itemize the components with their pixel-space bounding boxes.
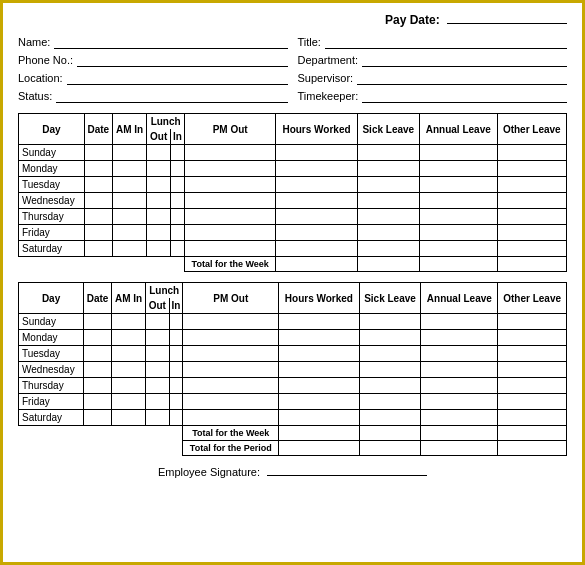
hours-worked-cell[interactable] bbox=[276, 241, 357, 257]
sick-leave-cell[interactable] bbox=[359, 346, 421, 362]
lunch-out-cell[interactable] bbox=[146, 362, 169, 378]
sick-leave-cell[interactable] bbox=[359, 378, 421, 394]
lunch-out-cell[interactable] bbox=[146, 394, 169, 410]
lunch-out-cell[interactable] bbox=[146, 346, 169, 362]
other-leave-cell[interactable] bbox=[498, 346, 567, 362]
lunch-in-cell[interactable] bbox=[171, 145, 185, 161]
other-leave-cell[interactable] bbox=[497, 241, 566, 257]
other-leave-cell[interactable] bbox=[498, 314, 567, 330]
period-annual-leave[interactable] bbox=[421, 441, 498, 456]
date-cell[interactable] bbox=[84, 161, 112, 177]
hours-worked-cell[interactable] bbox=[279, 362, 359, 378]
am-in-cell[interactable] bbox=[112, 161, 146, 177]
pay-date-value[interactable] bbox=[447, 23, 567, 24]
other-leave-cell[interactable] bbox=[497, 225, 566, 241]
other-leave-cell[interactable] bbox=[498, 362, 567, 378]
other-leave-cell[interactable] bbox=[497, 145, 566, 161]
hours-worked-cell[interactable] bbox=[276, 209, 357, 225]
lunch-out-cell[interactable] bbox=[146, 378, 169, 394]
date-cell[interactable] bbox=[84, 362, 112, 378]
lunch-out-cell[interactable] bbox=[147, 225, 171, 241]
pm-out-cell[interactable] bbox=[184, 177, 275, 193]
lunch-out-cell[interactable] bbox=[147, 193, 171, 209]
pm-out-cell[interactable] bbox=[184, 161, 275, 177]
timekeeper-input[interactable] bbox=[362, 89, 567, 103]
lunch-in-cell[interactable] bbox=[171, 225, 185, 241]
hours-worked-cell[interactable] bbox=[279, 394, 359, 410]
hours-worked-cell[interactable] bbox=[276, 145, 357, 161]
other-leave-cell[interactable] bbox=[498, 394, 567, 410]
sick-leave-cell[interactable] bbox=[359, 314, 421, 330]
date-cell[interactable] bbox=[84, 394, 112, 410]
pm-out-cell[interactable] bbox=[183, 346, 279, 362]
lunch-out-cell[interactable] bbox=[147, 177, 171, 193]
annual-leave-cell[interactable] bbox=[420, 193, 498, 209]
sick-leave-cell[interactable] bbox=[357, 193, 419, 209]
phone-input[interactable] bbox=[77, 53, 287, 67]
department-input[interactable] bbox=[362, 53, 567, 67]
other-leave-cell[interactable] bbox=[498, 378, 567, 394]
annual-leave-cell[interactable] bbox=[420, 209, 498, 225]
am-in-cell[interactable] bbox=[112, 145, 146, 161]
annual-leave-cell[interactable] bbox=[420, 177, 498, 193]
am-in-cell[interactable] bbox=[111, 314, 145, 330]
other-leave-cell[interactable] bbox=[497, 193, 566, 209]
am-in-cell[interactable] bbox=[112, 177, 146, 193]
pm-out-cell[interactable] bbox=[184, 241, 275, 257]
date-cell[interactable] bbox=[84, 241, 112, 257]
date-cell[interactable] bbox=[84, 193, 112, 209]
sick-leave-cell[interactable] bbox=[357, 241, 419, 257]
total2-annual-leave[interactable] bbox=[421, 426, 498, 441]
lunch-out-cell[interactable] bbox=[146, 410, 169, 426]
annual-leave-cell[interactable] bbox=[421, 362, 498, 378]
date-cell[interactable] bbox=[84, 410, 112, 426]
lunch-out-cell[interactable] bbox=[147, 161, 171, 177]
lunch-in-cell[interactable] bbox=[171, 161, 185, 177]
date-cell[interactable] bbox=[84, 225, 112, 241]
annual-leave-cell[interactable] bbox=[420, 145, 498, 161]
total2-sick-leave[interactable] bbox=[359, 426, 421, 441]
lunch-in-cell[interactable] bbox=[171, 177, 185, 193]
sick-leave-cell[interactable] bbox=[357, 177, 419, 193]
am-in-cell[interactable] bbox=[112, 241, 146, 257]
date-cell[interactable] bbox=[84, 177, 112, 193]
pm-out-cell[interactable] bbox=[184, 225, 275, 241]
lunch-in-cell[interactable] bbox=[169, 314, 183, 330]
annual-leave-cell[interactable] bbox=[420, 161, 498, 177]
hours-worked-cell[interactable] bbox=[276, 225, 357, 241]
hours-worked-cell[interactable] bbox=[276, 177, 357, 193]
other-leave-cell[interactable] bbox=[498, 410, 567, 426]
sick-leave-cell[interactable] bbox=[359, 410, 421, 426]
other-leave-cell[interactable] bbox=[497, 161, 566, 177]
pm-out-cell[interactable] bbox=[184, 145, 275, 161]
am-in-cell[interactable] bbox=[111, 362, 145, 378]
lunch-in-cell[interactable] bbox=[171, 209, 185, 225]
hours-worked-cell[interactable] bbox=[279, 330, 359, 346]
annual-leave-cell[interactable] bbox=[421, 330, 498, 346]
am-in-cell[interactable] bbox=[111, 378, 145, 394]
pm-out-cell[interactable] bbox=[183, 330, 279, 346]
signature-input[interactable] bbox=[267, 475, 427, 476]
am-in-cell[interactable] bbox=[111, 394, 145, 410]
sick-leave-cell[interactable] bbox=[359, 362, 421, 378]
hours-worked-cell[interactable] bbox=[279, 346, 359, 362]
lunch-in-cell[interactable] bbox=[169, 330, 183, 346]
other-leave-cell[interactable] bbox=[497, 177, 566, 193]
pm-out-cell[interactable] bbox=[183, 394, 279, 410]
annual-leave-cell[interactable] bbox=[420, 225, 498, 241]
sick-leave-cell[interactable] bbox=[357, 225, 419, 241]
date-cell[interactable] bbox=[84, 314, 112, 330]
lunch-in-cell[interactable] bbox=[169, 346, 183, 362]
lunch-out-cell[interactable] bbox=[147, 241, 171, 257]
lunch-out-cell[interactable] bbox=[147, 209, 171, 225]
period-sick-leave[interactable] bbox=[359, 441, 421, 456]
title-input[interactable] bbox=[325, 35, 567, 49]
date-cell[interactable] bbox=[84, 378, 112, 394]
hours-worked-cell[interactable] bbox=[276, 161, 357, 177]
annual-leave-cell[interactable] bbox=[420, 241, 498, 257]
name-input[interactable] bbox=[54, 35, 287, 49]
am-in-cell[interactable] bbox=[111, 330, 145, 346]
annual-leave-cell[interactable] bbox=[421, 314, 498, 330]
sick-leave-cell[interactable] bbox=[357, 209, 419, 225]
hours-worked-cell[interactable] bbox=[279, 378, 359, 394]
